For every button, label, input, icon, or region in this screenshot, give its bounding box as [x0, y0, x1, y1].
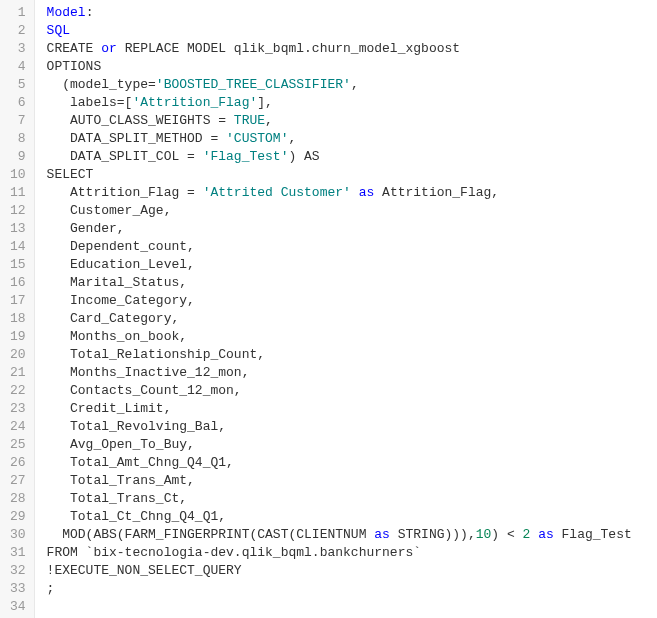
- code-line: MOD(ABS(FARM_FINGERPRINT(CAST(CLIENTNUM …: [47, 526, 657, 544]
- code-line: labels=['Attrition_Flag'],: [47, 94, 657, 112]
- code-line: Income_Category,: [47, 292, 657, 310]
- code-token: ) AS: [288, 149, 319, 164]
- code-token: Total_Trans_Ct,: [47, 491, 187, 506]
- line-number: 22: [10, 382, 26, 400]
- line-number: 32: [10, 562, 26, 580]
- code-token: Flag_Test: [554, 527, 632, 542]
- code-token: Total_Ct_Chng_Q4_Q1,: [47, 509, 226, 524]
- line-number: 1: [10, 4, 26, 22]
- code-token: ,: [351, 77, 359, 92]
- code-token: SELECT: [47, 167, 94, 182]
- code-token: Dependent_count,: [47, 239, 195, 254]
- code-line: Gender,: [47, 220, 657, 238]
- line-number: 9: [10, 148, 26, 166]
- line-number: 28: [10, 490, 26, 508]
- line-number: 20: [10, 346, 26, 364]
- line-number-gutter: 1234567891011121314151617181920212223242…: [0, 0, 35, 618]
- code-token: as: [374, 527, 390, 542]
- code-token: (model_type=: [47, 77, 156, 92]
- line-number: 27: [10, 472, 26, 490]
- code-token: REPLACE MODEL qlik_bqml.churn_model_xgbo…: [117, 41, 460, 56]
- line-number: 25: [10, 436, 26, 454]
- code-line: FROM `bix-tecnologia-dev.qlik_bqml.bankc…: [47, 544, 657, 562]
- code-token: Total_Amt_Chng_Q4_Q1,: [47, 455, 234, 470]
- code-line: DATA_SPLIT_COL = 'Flag_Test') AS: [47, 148, 657, 166]
- code-line: Months_Inactive_12_mon,: [47, 364, 657, 382]
- code-token: 'Flag_Test': [203, 149, 289, 164]
- line-number: 16: [10, 274, 26, 292]
- line-number: 11: [10, 184, 26, 202]
- code-token: 'BOOSTED_TREE_CLASSIFIER': [156, 77, 351, 92]
- code-line: SELECT: [47, 166, 657, 184]
- code-line: Avg_Open_To_Buy,: [47, 436, 657, 454]
- line-number: 3: [10, 40, 26, 58]
- line-number: 14: [10, 238, 26, 256]
- code-token: MOD(ABS(FARM_FINGERPRINT(CAST(CLIENTNUM: [47, 527, 375, 542]
- code-line: CREATE or REPLACE MODEL qlik_bqml.churn_…: [47, 40, 657, 58]
- code-line: Attrition_Flag = 'Attrited Customer' as …: [47, 184, 657, 202]
- code-line: Total_Amt_Chng_Q4_Q1,: [47, 454, 657, 472]
- code-token: [351, 185, 359, 200]
- code-token: Marital_Status,: [47, 275, 187, 290]
- code-token: as: [359, 185, 375, 200]
- code-token: Total_Revolving_Bal,: [47, 419, 226, 434]
- code-token: Credit_Limit,: [47, 401, 172, 416]
- code-token: Model: [47, 5, 86, 20]
- code-token: ,: [288, 131, 296, 146]
- code-line: Model:: [47, 4, 657, 22]
- code-line: Contacts_Count_12_mon,: [47, 382, 657, 400]
- code-line: Customer_Age,: [47, 202, 657, 220]
- code-line: OPTIONS: [47, 58, 657, 76]
- line-number: 15: [10, 256, 26, 274]
- code-token: :: [86, 5, 94, 20]
- code-token: OPTIONS: [47, 59, 102, 74]
- code-token: Card_Category,: [47, 311, 180, 326]
- code-area: Model:SQLCREATE or REPLACE MODEL qlik_bq…: [35, 0, 657, 618]
- line-number: 26: [10, 454, 26, 472]
- code-line: Total_Trans_Ct,: [47, 490, 657, 508]
- code-token: Customer_Age,: [47, 203, 172, 218]
- code-token: SQL: [47, 23, 70, 38]
- code-token: Months_on_book,: [47, 329, 187, 344]
- code-token: Attrition_Flag,: [374, 185, 499, 200]
- code-token: DATA_SPLIT_METHOD =: [47, 131, 226, 146]
- line-number: 30: [10, 526, 26, 544]
- line-number: 31: [10, 544, 26, 562]
- code-line: [47, 598, 657, 616]
- code-token: Months_Inactive_12_mon,: [47, 365, 250, 380]
- code-token: FROM `bix-tecnologia-dev.qlik_bqml.bankc…: [47, 545, 421, 560]
- code-line: Total_Trans_Amt,: [47, 472, 657, 490]
- code-line: Total_Ct_Chng_Q4_Q1,: [47, 508, 657, 526]
- line-number: 10: [10, 166, 26, 184]
- line-number: 7: [10, 112, 26, 130]
- line-number: 24: [10, 418, 26, 436]
- code-token: STRING))),: [390, 527, 476, 542]
- code-token: ) <: [491, 527, 522, 542]
- line-number: 8: [10, 130, 26, 148]
- code-line: Education_Level,: [47, 256, 657, 274]
- code-token: ;: [47, 581, 55, 596]
- code-line: Dependent_count,: [47, 238, 657, 256]
- code-token: ,: [265, 113, 273, 128]
- code-token: 10: [476, 527, 492, 542]
- code-token: !EXECUTE_NON_SELECT_QUERY: [47, 563, 242, 578]
- code-token: AUTO_CLASS_WEIGHTS =: [47, 113, 234, 128]
- line-number: 33: [10, 580, 26, 598]
- code-token: 'Attrited Customer': [203, 185, 351, 200]
- code-line: Total_Relationship_Count,: [47, 346, 657, 364]
- code-token: Total_Relationship_Count,: [47, 347, 265, 362]
- code-token: TRUE: [234, 113, 265, 128]
- line-number: 21: [10, 364, 26, 382]
- code-token: CREATE: [47, 41, 102, 56]
- code-token: Attrition_Flag =: [47, 185, 203, 200]
- code-token: or: [101, 41, 117, 56]
- code-token: ],: [257, 95, 273, 110]
- code-line: !EXECUTE_NON_SELECT_QUERY: [47, 562, 657, 580]
- line-number: 4: [10, 58, 26, 76]
- code-token: [530, 527, 538, 542]
- code-token: Contacts_Count_12_mon,: [47, 383, 242, 398]
- line-number: 23: [10, 400, 26, 418]
- code-token: Avg_Open_To_Buy,: [47, 437, 195, 452]
- line-number: 29: [10, 508, 26, 526]
- line-number: 12: [10, 202, 26, 220]
